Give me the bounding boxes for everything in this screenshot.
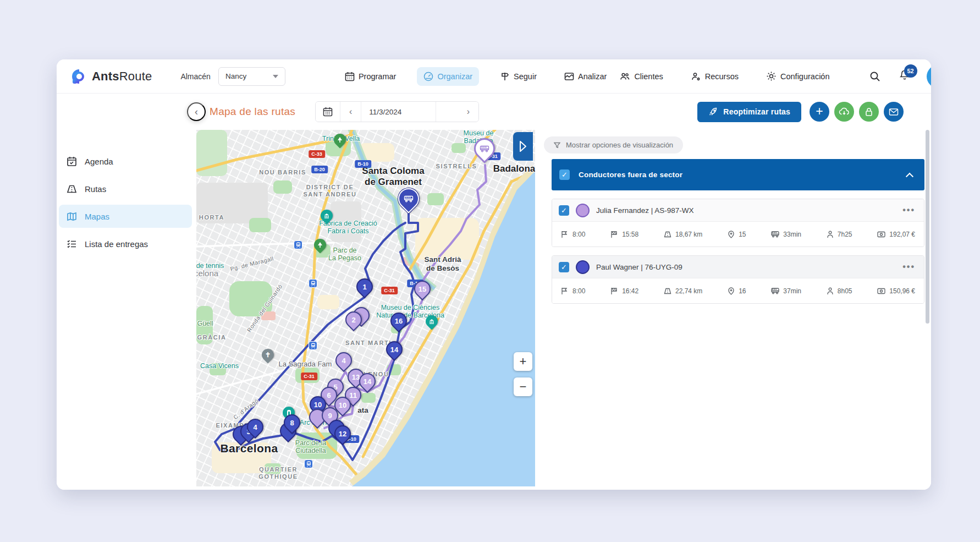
- driver-card: ✓ Julia Fernandez | AS-987-WX ••• 8:00 1…: [552, 199, 924, 247]
- person-icon: [827, 231, 834, 238]
- app-window: AntsRoute Almacén Nancy Programar Organi…: [57, 59, 931, 490]
- stat-end-time: 15:58: [610, 231, 638, 238]
- people-icon: [620, 72, 630, 81]
- reoptimize-routes-button[interactable]: Reoptimizar rutas: [697, 102, 801, 122]
- zoom-in-button[interactable]: +: [514, 352, 532, 371]
- stat-end-time: 16:42: [610, 287, 638, 295]
- display-options-chip[interactable]: Mostrar opciones de visualización: [544, 136, 683, 154]
- chevron-up-icon: [906, 172, 913, 180]
- warehouse-label: Almacén: [180, 72, 210, 81]
- signpost-icon: [500, 72, 510, 81]
- cloud-download-button[interactable]: [834, 102, 854, 122]
- top-navbar: AntsRoute Almacén Nancy Programar Organi…: [57, 59, 931, 94]
- stat-distance: 22,74 km: [664, 287, 702, 295]
- driver-name: Paul Wagner | 76-UYG-09: [596, 263, 896, 271]
- sidebar-item-rutas[interactable]: Rutas: [59, 177, 192, 200]
- calendar-icon: [323, 107, 333, 117]
- driver-stats: 8:00 15:58 18,67 km 15 33min 7h25 192,07…: [552, 222, 924, 247]
- nav-configuracion[interactable]: Configuración: [759, 67, 836, 86]
- driver-color-dot: [576, 260, 590, 274]
- expand-map-button[interactable]: [513, 132, 533, 161]
- drivers-panel: Mostrar opciones de visualización ✓ Cond…: [535, 130, 931, 490]
- calendar-icon: [345, 72, 355, 81]
- driver-menu-button[interactable]: •••: [902, 262, 915, 272]
- driver-row[interactable]: ✓ Paul Wagner | 76-UYG-09 •••: [552, 256, 924, 278]
- stat-distance: 18,67 km: [664, 231, 702, 238]
- driver-name: Julia Fernandez | AS-987-WX: [596, 206, 896, 215]
- pin-icon: [728, 287, 735, 295]
- stat-duration: 7h25: [827, 231, 852, 238]
- driver-color-dot: [576, 204, 590, 217]
- lock-icon: [865, 107, 873, 117]
- cloud-download-icon: [839, 107, 850, 117]
- warehouse-value: Nancy: [225, 72, 246, 80]
- map-icon: [67, 211, 77, 222]
- driver-card: ✓ Paul Wagner | 76-UYG-09 ••• 8:00 16:42…: [552, 255, 924, 304]
- road-icon: [67, 184, 77, 194]
- stat-start-time: 8:00: [561, 287, 585, 295]
- agenda-icon: [67, 156, 77, 167]
- driver-menu-button[interactable]: •••: [902, 205, 915, 215]
- calendar-button[interactable]: [316, 102, 340, 122]
- nav-seguir[interactable]: Seguir: [493, 67, 543, 86]
- sidebar-item-agenda[interactable]: Agenda: [59, 150, 192, 173]
- driver-row[interactable]: ✓ Julia Fernandez | AS-987-WX •••: [552, 199, 924, 222]
- chevron-right-icon: [519, 140, 527, 152]
- user-avatar[interactable]: MH: [927, 65, 932, 88]
- warehouse-select[interactable]: Nancy: [218, 67, 285, 86]
- group-conductores-fuera-de-sector[interactable]: ✓ Conductores fuera de sector: [552, 159, 924, 190]
- cash-icon: [877, 288, 885, 294]
- stat-duration: 8h05: [827, 287, 852, 295]
- search-icon: [869, 71, 880, 82]
- mail-button[interactable]: [884, 102, 904, 122]
- filter-icon: [554, 142, 560, 149]
- pin-icon: [728, 231, 735, 238]
- chart-icon: [564, 72, 574, 81]
- van-icon: [771, 231, 779, 238]
- flag-finish-icon: [610, 231, 618, 238]
- nav-organizar[interactable]: Organizar: [417, 67, 479, 86]
- stat-drive-time: 33min: [771, 231, 801, 238]
- cash-icon: [877, 231, 885, 238]
- antsroute-logo[interactable]: AntsRoute: [71, 68, 152, 85]
- nav-analizar[interactable]: Analizar: [558, 67, 613, 86]
- routes-map[interactable]: Trinitat VellaMuseu de BadalonaSanta Col…: [196, 130, 535, 486]
- group-checkbox[interactable]: ✓: [559, 169, 570, 180]
- notification-badge: 52: [904, 64, 917, 78]
- prev-day-button[interactable]: ‹: [340, 102, 361, 122]
- driver-checkbox[interactable]: ✓: [559, 205, 569, 216]
- nav-recursos[interactable]: Recursos: [684, 67, 745, 86]
- notifications-button[interactable]: 52: [899, 69, 910, 83]
- next-day-button[interactable]: ›: [436, 102, 478, 122]
- logo-text: AntsRoute: [92, 69, 152, 84]
- stat-start-time: 8:00: [561, 231, 585, 238]
- driver-stats: 8:00 16:42 22,74 km 16 37min 8h05 150,96…: [552, 278, 924, 303]
- stat-cost: 150,96 €: [877, 287, 915, 295]
- checklist-icon: [67, 239, 77, 249]
- lock-button[interactable]: [859, 102, 879, 122]
- sidebar-item-mapas[interactable]: Mapas: [59, 205, 192, 228]
- gear-icon: [766, 71, 777, 81]
- gauge-icon: [423, 72, 433, 81]
- road-icon: [664, 231, 671, 238]
- nav-clientes[interactable]: Clientes: [613, 67, 669, 86]
- page-title: Mapa de las rutas: [210, 106, 295, 118]
- nav-programar[interactable]: Programar: [338, 67, 403, 86]
- add-button[interactable]: +: [810, 102, 829, 122]
- stat-cost: 192,07 €: [877, 231, 915, 238]
- page-header: ‹ Mapa de las rutas ‹ 11/3/2024 › Reopti…: [196, 94, 931, 130]
- flag-start-icon: [561, 231, 569, 238]
- stat-stops: 15: [728, 231, 746, 238]
- panel-scrollbar[interactable]: [926, 130, 929, 324]
- flag-start-icon: [561, 287, 569, 295]
- flag-finish-icon: [610, 287, 618, 295]
- collapse-sidebar-button[interactable]: ‹: [187, 102, 206, 121]
- zoom-out-button[interactable]: −: [514, 377, 532, 396]
- search-button[interactable]: [869, 71, 880, 82]
- current-date[interactable]: 11/3/2024: [361, 102, 436, 122]
- stat-drive-time: 37min: [771, 287, 801, 295]
- driver-checkbox[interactable]: ✓: [559, 262, 569, 272]
- stat-stops: 16: [728, 287, 746, 295]
- sidebar: Agenda Rutas Mapas Lista de entregas: [57, 94, 196, 490]
- sidebar-item-lista-de-entregas[interactable]: Lista de entregas: [59, 232, 192, 255]
